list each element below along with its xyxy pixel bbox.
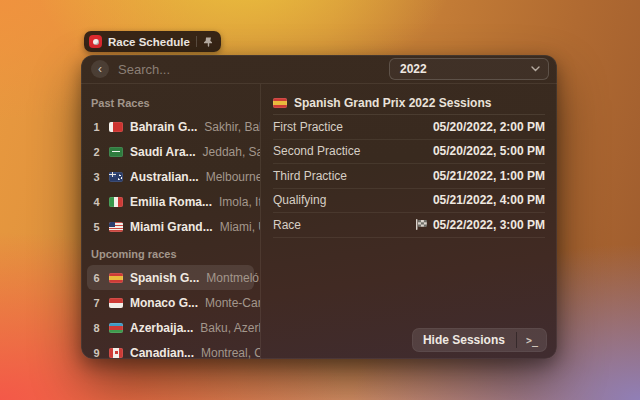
race-number: 5 <box>91 221 102 233</box>
session-datetime: 05/21/2022, 1:00 PM <box>433 169 545 183</box>
race-number: 7 <box>91 297 102 309</box>
session-row-race: Race 05/22/2022, 3:00 PM <box>273 213 545 238</box>
race-number: 1 <box>91 121 102 133</box>
chevron-down-icon <box>531 66 540 72</box>
race-name: Australian... <box>130 170 199 184</box>
race-name: Canadian... <box>130 346 194 360</box>
race-number: 6 <box>91 272 102 284</box>
italy-flag-icon <box>109 197 123 207</box>
race-location: Monte-Carl... <box>205 296 261 310</box>
race-name: Emilia Roma... <box>130 195 212 209</box>
saudi-arabia-flag-icon <box>109 147 123 157</box>
race-list: Past Races 1 Bahrain G... Sakhir, Bahr..… <box>81 84 261 359</box>
race-location: Miami, USA <box>220 220 261 234</box>
session-datetime: 05/20/2022, 2:00 PM <box>433 120 545 134</box>
race-location: Sakhir, Bahr... <box>204 120 261 134</box>
session-row: First Practice 05/20/2022, 2:00 PM <box>273 115 545 140</box>
race-number: 4 <box>91 196 102 208</box>
session-name: Second Practice <box>273 144 433 158</box>
race-name: Miami Grand... <box>130 220 213 234</box>
australia-flag-icon <box>109 172 123 182</box>
race-row-bahrain[interactable]: 1 Bahrain G... Sakhir, Bahr... <box>87 114 254 139</box>
tab-divider <box>196 36 197 47</box>
race-number: 9 <box>91 347 102 359</box>
session-name: Race <box>273 218 411 232</box>
sessions-title: Spanish Grand Prix 2022 Sessions <box>294 96 491 110</box>
back-icon: ‹ <box>98 63 102 75</box>
session-datetime: 05/20/2022, 5:00 PM <box>433 144 545 158</box>
race-name: Bahrain G... <box>130 120 197 134</box>
race-location: Jeddah, Sa... <box>203 145 261 159</box>
race-location: Montmeló,... <box>206 271 261 285</box>
year-dropdown-value: 2022 <box>400 62 531 76</box>
session-datetime: 05/21/2022, 4:00 PM <box>433 193 545 207</box>
search-input[interactable] <box>118 62 381 77</box>
race-schedule-window: ‹ 2022 Past Races 1 Bahrain G... Sakhir,… <box>81 55 557 359</box>
spain-flag-icon <box>109 273 123 283</box>
race-row-canada[interactable]: 9 Canadian... Montreal, C... <box>87 340 254 359</box>
session-datetime: 05/22/2022, 3:00 PM <box>433 218 545 232</box>
race-name: Monaco G... <box>130 296 198 310</box>
race-row-azerbaijan[interactable]: 8 Azerbaija... Baku, Azerb... <box>87 315 254 340</box>
usa-flag-icon <box>109 222 123 232</box>
sessions-header: Spanish Grand Prix 2022 Sessions <box>273 91 545 115</box>
session-row: Second Practice 05/20/2022, 5:00 PM <box>273 140 545 165</box>
race-location: Montreal, C... <box>201 346 261 360</box>
app-tab[interactable]: Race Schedule <box>84 31 221 52</box>
session-name: Qualifying <box>273 193 433 207</box>
race-name: Saudi Ara... <box>130 145 196 159</box>
spain-flag-icon <box>273 98 287 108</box>
back-button[interactable]: ‹ <box>91 60 109 78</box>
session-datetime-with-flag: 05/22/2022, 3:00 PM <box>411 218 545 232</box>
race-row-australia[interactable]: 3 Australian... Melbourne,... <box>87 164 254 189</box>
canada-flag-icon <box>109 348 123 358</box>
toolbar: ‹ 2022 <box>81 55 557 84</box>
actions-terminal-button[interactable]: >_ <box>517 328 547 352</box>
session-row: Qualifying 05/21/2022, 4:00 PM <box>273 189 545 214</box>
race-row-emilia-romagna[interactable]: 4 Emilia Roma... Imola, Italy <box>87 189 254 214</box>
race-name: Spanish G... <box>130 271 199 285</box>
year-dropdown[interactable]: 2022 <box>389 58 549 80</box>
checkered-flag-icon <box>415 219 428 230</box>
session-row: Third Practice 05/21/2022, 1:00 PM <box>273 164 545 189</box>
race-number: 8 <box>91 322 102 334</box>
race-location: Melbourne,... <box>206 170 261 184</box>
section-header-upcoming: Upcoming races <box>91 248 250 260</box>
race-number: 3 <box>91 171 102 183</box>
terminal-prompt-icon: >_ <box>526 335 538 346</box>
pin-icon[interactable] <box>203 36 214 47</box>
footer-actions: Hide Sessions >_ <box>412 328 547 352</box>
race-location: Baku, Azerb... <box>200 321 261 335</box>
section-header-past: Past Races <box>91 97 250 109</box>
race-row-spain-selected[interactable]: 6 Spanish G... Montmeló,... <box>87 265 254 290</box>
azerbaijan-flag-icon <box>109 323 123 333</box>
race-schedule-app-icon <box>89 35 102 48</box>
bahrain-flag-icon <box>109 122 123 132</box>
session-name: First Practice <box>273 120 433 134</box>
race-row-miami[interactable]: 5 Miami Grand... Miami, USA <box>87 214 254 239</box>
app-tab-title: Race Schedule <box>108 36 190 48</box>
sessions-panel: Spanish Grand Prix 2022 Sessions First P… <box>261 84 557 359</box>
monaco-flag-icon <box>109 298 123 308</box>
race-row-monaco[interactable]: 7 Monaco G... Monte-Carl... <box>87 290 254 315</box>
race-location: Imola, Italy <box>219 195 261 209</box>
race-name: Azerbaija... <box>130 321 193 335</box>
race-number: 2 <box>91 146 102 158</box>
hide-sessions-button[interactable]: Hide Sessions <box>412 328 516 352</box>
race-row-saudi[interactable]: 2 Saudi Ara... Jeddah, Sa... <box>87 139 254 164</box>
session-name: Third Practice <box>273 169 433 183</box>
